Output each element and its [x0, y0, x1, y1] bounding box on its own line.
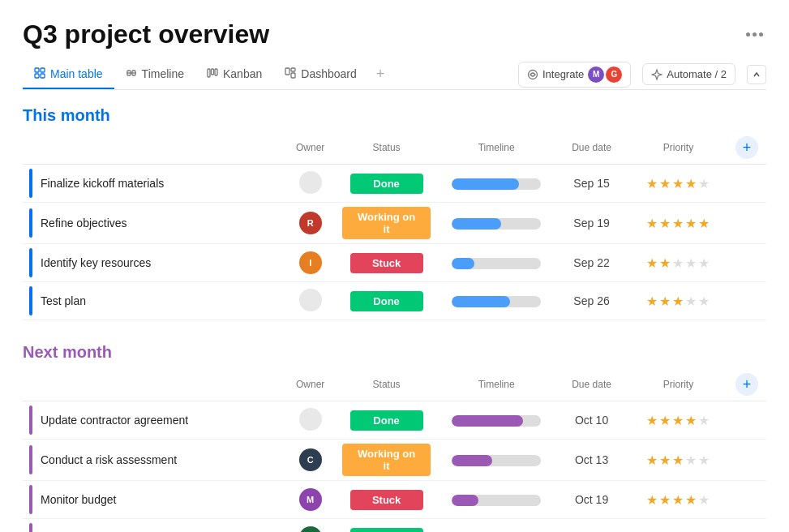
chevron-up-icon	[753, 71, 761, 79]
status-badge[interactable]: Stuck	[350, 490, 423, 510]
automate-button[interactable]: Automate / 2	[642, 63, 735, 85]
dashboard-icon	[285, 67, 296, 81]
table-row: Identify key resources I Stuck Sep 22 ★★…	[23, 244, 766, 282]
row-actions-cell	[729, 440, 766, 481]
status-cell[interactable]: Stuck	[336, 244, 437, 282]
integrate-label: Integrate	[542, 68, 584, 80]
page-title: Q3 project overview	[23, 19, 269, 49]
status-cell[interactable]: Working on it	[336, 440, 437, 481]
automate-label: Automate / 2	[667, 68, 727, 80]
sections-container: This month Owner Status Timeline Due dat…	[23, 106, 766, 532]
priority-cell: ★★★★★	[628, 203, 729, 244]
section-bar	[29, 248, 32, 277]
star-2: ★	[672, 492, 684, 508]
section-bar	[29, 286, 32, 315]
timeline-bar-container	[452, 178, 541, 190]
status-badge[interactable]: Stuck	[350, 253, 423, 273]
status-cell[interactable]: Stuck	[336, 481, 437, 519]
status-cell[interactable]: Done	[336, 401, 437, 440]
star-2: ★	[672, 453, 684, 468]
svg-rect-3	[41, 74, 45, 78]
timeline-bar-container	[452, 495, 541, 506]
star-0: ★	[646, 492, 658, 508]
due-date-cell: Oct 13	[555, 440, 628, 481]
timeline-bar	[452, 455, 492, 466]
integrate-icon	[527, 69, 538, 80]
star-2: ★	[672, 294, 684, 309]
section-title-this-month: This month	[23, 106, 766, 125]
star-0: ★	[646, 453, 658, 468]
th-priority: Priority	[628, 133, 729, 165]
tab-main-table[interactable]: Main table	[23, 61, 114, 89]
status-cell[interactable]: Done	[336, 519, 437, 533]
owner-avatar: C	[299, 448, 322, 471]
owner-cell: I	[285, 244, 336, 282]
status-cell[interactable]: Done	[336, 165, 437, 203]
th-timeline: Timeline	[437, 370, 555, 401]
task-cell: Conduct a risk assessment	[23, 440, 285, 481]
star-4: ★	[698, 413, 710, 428]
priority-cell: ★★★★★	[628, 165, 729, 203]
section-bar	[29, 485, 32, 514]
priority-stars: ★★★★★	[634, 294, 723, 309]
svg-rect-7	[208, 69, 210, 77]
avatar-google: G	[606, 66, 622, 83]
add-column-button[interactable]: +	[735, 373, 758, 396]
row-actions-cell	[729, 282, 766, 320]
priority-stars: ★★★★★	[634, 413, 723, 428]
star-2: ★	[672, 216, 684, 231]
row-actions-cell	[729, 401, 766, 440]
owner-avatar: R	[299, 212, 322, 234]
tab-list: Main table Timeline	[23, 59, 518, 89]
owner-empty	[299, 408, 322, 431]
integrate-button[interactable]: Integrate M G	[518, 62, 631, 88]
task-cell: Identify key resources	[23, 244, 285, 282]
th-status: Status	[336, 370, 437, 401]
table-row: Develop communication plan D Done Oct 22…	[23, 519, 766, 533]
svg-rect-12	[291, 73, 295, 78]
th-owner: Owner	[285, 133, 336, 165]
timeline-bar-container	[452, 455, 541, 466]
star-3: ★	[685, 492, 697, 508]
priority-stars: ★★★★★	[634, 492, 723, 508]
priority-cell: ★★★★★	[628, 440, 729, 481]
section-bar	[29, 405, 32, 435]
star-2: ★	[672, 176, 684, 191]
tab-dashboard[interactable]: Dashboard	[273, 61, 368, 89]
status-badge[interactable]: Working on it	[342, 207, 431, 239]
timeline-bar-container	[452, 296, 541, 307]
section-title-next-month: Next month	[23, 343, 766, 362]
priority-stars: ★★★★★	[634, 255, 723, 271]
timeline-cell	[437, 519, 555, 533]
status-badge[interactable]: Done	[350, 528, 423, 533]
table-row: Finalize kickoff materials Done Sep 15 ★…	[23, 165, 766, 203]
more-options-button[interactable]	[743, 29, 766, 40]
table-next-month: Owner Status Timeline Due date Priority …	[23, 370, 766, 532]
tab-bar: Main table Timeline	[23, 59, 766, 90]
tab-timeline[interactable]: Timeline	[114, 61, 195, 89]
star-0: ★	[646, 176, 658, 191]
status-cell[interactable]: Done	[336, 282, 437, 320]
timeline-bar	[452, 296, 510, 307]
table-icon	[34, 67, 45, 81]
tab-kanban[interactable]: Kanban	[195, 61, 273, 89]
status-cell[interactable]: Working on it	[336, 203, 437, 244]
task-name: Finalize kickoff materials	[41, 177, 164, 190]
owner-cell: M	[285, 481, 336, 519]
timeline-cell	[437, 203, 555, 244]
timeline-cell	[437, 440, 555, 481]
add-column-button[interactable]: +	[735, 136, 758, 159]
status-badge[interactable]: Done	[350, 291, 423, 311]
tab-kanban-label: Kanban	[223, 67, 262, 80]
star-1: ★	[659, 255, 671, 271]
timeline-bar	[452, 218, 501, 230]
status-badge[interactable]: Working on it	[342, 444, 431, 476]
th-timeline: Timeline	[437, 133, 555, 165]
collapse-button[interactable]	[747, 65, 766, 84]
th-add: +	[729, 133, 766, 165]
tab-add-button[interactable]: +	[368, 59, 393, 89]
status-badge[interactable]: Done	[350, 410, 423, 431]
status-badge[interactable]: Done	[350, 174, 423, 194]
star-2: ★	[672, 413, 684, 428]
tab-main-table-label: Main table	[50, 67, 103, 80]
